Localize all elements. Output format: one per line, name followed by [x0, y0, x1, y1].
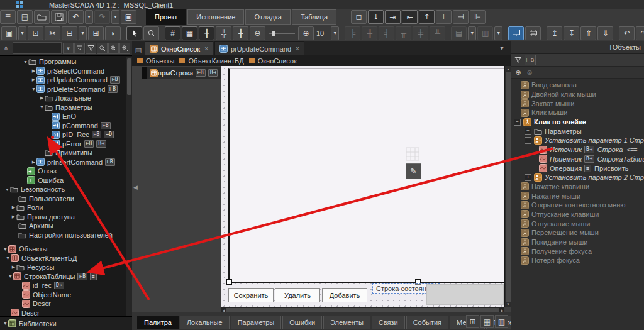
event-item-Источник[interactable]: ИсточникB⊣Строка<==	[511, 145, 644, 155]
expander-icon[interactable]: ▶	[31, 69, 36, 74]
dropdown-caret-icon[interactable]: ▾	[18, 26, 26, 40]
event-item-Захват мыши[interactable]: Захват мыши	[511, 99, 644, 108]
expander-icon[interactable]: ▼	[39, 105, 45, 109]
save-project-icon[interactable]	[51, 10, 67, 24]
event-item-Покидание мыши[interactable]: Покидание мыши	[511, 238, 644, 247]
collapse-box-icon[interactable]: −	[525, 137, 531, 144]
event-item-Параметры[interactable]: −Параметры	[511, 126, 644, 136]
expander-icon[interactable]: ▶	[31, 77, 36, 82]
event-item-Клик мыши[interactable]: Клик мыши	[511, 108, 644, 118]
event-item-Отпускание мыши[interactable]: Отпускание мыши	[511, 219, 644, 228]
tree-item-EnO[interactable]: EnO	[0, 112, 126, 121]
tree-mode-icon[interactable]: ⋔	[1, 43, 11, 53]
breadcrumb-item[interactable]: ОкноСписок	[249, 57, 297, 65]
tree-item-ObjectName[interactable]: ObjectName	[0, 290, 126, 300]
align-center-icon[interactable]: ╫	[362, 26, 377, 40]
show-guides-icon[interactable]: ╂	[199, 26, 214, 40]
grow-icon[interactable]: ⇑	[580, 26, 596, 40]
tree-item-Права доступа[interactable]: ▶Права доступа	[0, 212, 126, 222]
project-properties-icon[interactable]: ≣	[0, 10, 16, 24]
more-options-icon[interactable]: ▾	[331, 26, 339, 40]
tree-item-СтрокаТаблицы[interactable]: ▼СтрокаТаблицы⊢B≣	[0, 272, 126, 282]
align-bottom-icon[interactable]: ╨	[430, 26, 445, 40]
dropdown-caret-icon[interactable]: ▾	[494, 26, 502, 40]
expander-icon[interactable]: ▶	[11, 205, 16, 210]
expander-icon[interactable]: ▼	[31, 87, 36, 91]
grid-bind-icon[interactable]: ╋	[233, 26, 248, 40]
event-item-Приемник[interactable]: ПриемникB⊣СтрокаТаблицы<==	[511, 155, 644, 164]
expander-icon[interactable]: ▼	[3, 321, 8, 326]
events-filter-icon[interactable]	[513, 55, 523, 65]
tab-list-icon[interactable]: ▤	[133, 44, 143, 55]
tree-item-Descr[interactable]: Descr	[0, 299, 126, 309]
tree-item-prInsertCommand[interactable]: ▶prInsertCommand⊢B	[0, 158, 126, 167]
print-icon[interactable]	[525, 26, 541, 40]
main-tab-отладка[interactable]: Отладка	[245, 9, 290, 25]
bottom-tab-Параметры[interactable]: Параметры	[231, 316, 282, 329]
events-binding-icon[interactable]: ⊢B	[525, 55, 536, 65]
expander-icon[interactable]: ▶	[11, 265, 16, 270]
add-button[interactable]: Добавить	[322, 288, 367, 302]
open-project-icon[interactable]	[34, 10, 50, 24]
close-tab-icon[interactable]: ×	[204, 45, 208, 52]
undo-icon[interactable]: ↶	[68, 10, 84, 24]
main-tab-проект[interactable]: Проект	[146, 9, 186, 25]
redo-icon[interactable]: ↷	[94, 10, 110, 24]
grid-step-icon[interactable]: ╬	[216, 26, 231, 40]
doc-tab-ОкноСписок[interactable]: ОкноСписок×	[145, 41, 213, 55]
paste-icon[interactable]: ▣	[1, 26, 17, 40]
delete-button[interactable]: Удалить	[275, 288, 320, 302]
tree-item-Объекты[interactable]: ▼Объекты	[0, 245, 126, 254]
design-surface[interactable]: ✎ Сохранить Удалить Добавить Строка сост…	[221, 66, 504, 307]
tree-item-Пользователи[interactable]: Пользователи	[0, 194, 126, 204]
search-next-icon[interactable]	[108, 43, 119, 54]
attach-up-icon[interactable]: ⊥	[436, 10, 452, 24]
expander-icon[interactable]: ▼	[4, 187, 10, 192]
tabbar-menu-icon[interactable]: ▾	[497, 42, 507, 53]
tree-item-Безопасность[interactable]: ▼Безопасность	[0, 185, 126, 194]
tree-item-Роли[interactable]: ▶Роли	[0, 203, 126, 212]
shrink-icon[interactable]: ⇓	[597, 26, 613, 40]
restore-windows-icon[interactable]: ▣	[121, 10, 136, 24]
tree-item-Параметры[interactable]: ▼Параметры	[0, 103, 126, 113]
tree-item-prDeleteCommand[interactable]: ▼prDeleteCommand⊢B	[0, 85, 126, 94]
bottom-tab-Локальные[interactable]: Локальные	[180, 316, 230, 329]
tree-item-Локальные[interactable]: ▶Локальные	[0, 94, 126, 103]
main-tab-таблица[interactable]: Таблица	[292, 9, 336, 25]
align-top-icon[interactable]: ╥	[396, 26, 411, 40]
dropdown-caret-icon[interactable]: ▾	[468, 26, 476, 40]
select-cursor-icon[interactable]	[126, 26, 142, 40]
distribute-cols-icon[interactable]: ▥	[477, 26, 493, 40]
tree-item-Descr[interactable]: Descr	[0, 309, 126, 317]
cut-icon[interactable]: ✂	[45, 26, 60, 40]
search-prev-icon[interactable]	[119, 43, 130, 54]
bottom-tab-Ошибки[interactable]: Ошибки	[282, 316, 322, 329]
dock-top-icon[interactable]: ↥	[419, 10, 435, 24]
tree-scrollbar[interactable]	[126, 57, 132, 316]
copy-style-icon[interactable]: ⊞	[88, 26, 104, 40]
bottom-tab-Палитра[interactable]: Палитра	[137, 316, 179, 329]
dropdown-caret-icon[interactable]: ▾	[85, 10, 93, 24]
tree-search-input[interactable]	[13, 42, 62, 54]
event-item-Получение фокуса[interactable]: Получение фокуса	[511, 246, 644, 256]
bottom-tab-Связи[interactable]: Связи	[372, 316, 405, 329]
tree-item-pCommand[interactable]: pCommand⊢B	[0, 121, 126, 131]
close-tab-icon[interactable]: ×	[296, 45, 299, 52]
layout-table-icon[interactable]: ▦	[480, 315, 494, 328]
layout-quad-icon[interactable]: ⊞	[466, 315, 479, 328]
frame-select-icon[interactable]: ◻	[351, 10, 367, 24]
canvas-parameter-item[interactable]: прмСтрока⊢BB⊣	[142, 67, 221, 79]
event-item-Нажатие клавиши[interactable]: Нажатие клавиши	[511, 182, 644, 192]
collapse-box-icon[interactable]: −	[514, 119, 521, 126]
rotate-right-icon[interactable]: ↷	[636, 26, 644, 40]
tree-item-Программы[interactable]: ▼Программы	[0, 57, 126, 67]
table-element[interactable]	[228, 68, 505, 283]
tree-item-Ресурсы[interactable]: ▶Ресурсы	[0, 263, 126, 272]
collapse-all-icon[interactable]	[74, 43, 85, 54]
tree-item-pID_Rec[interactable]: pID_Rec⊢B→D	[0, 130, 126, 140]
event-item-Ввод символа[interactable]: Ввод символа	[511, 80, 644, 90]
expander-icon[interactable]: ▶	[11, 214, 16, 219]
distribute-rows-icon[interactable]: ▤	[451, 26, 467, 40]
tree-item-Библиотеки[interactable]: ▼Библиотеки	[0, 319, 57, 328]
rotate-left-icon[interactable]: ↶	[619, 26, 635, 40]
